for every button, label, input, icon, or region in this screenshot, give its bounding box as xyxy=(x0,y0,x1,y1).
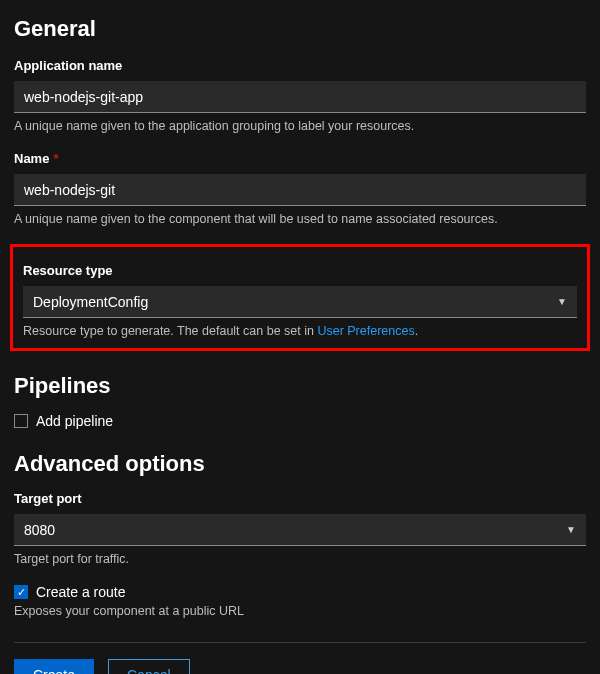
target-port-value: 8080 xyxy=(24,522,55,538)
resource-type-select[interactable]: DeploymentConfig ▼ xyxy=(23,286,577,318)
resource-type-label: Resource type xyxy=(23,263,577,278)
form-page: General Application name A unique name g… xyxy=(0,0,600,674)
resource-type-highlight: Resource type DeploymentConfig ▼ Resourc… xyxy=(10,244,590,351)
create-route-checkbox[interactable]: ✓ xyxy=(14,585,28,599)
add-pipeline-label: Add pipeline xyxy=(36,413,113,429)
add-pipeline-row[interactable]: Add pipeline xyxy=(14,413,586,429)
advanced-options-heading: Advanced options xyxy=(14,451,586,477)
create-route-row[interactable]: ✓ Create a route xyxy=(14,584,586,600)
name-input[interactable] xyxy=(14,174,586,206)
name-help: A unique name given to the component tha… xyxy=(14,212,586,226)
pipelines-heading: Pipelines xyxy=(14,373,586,399)
resource-type-value: DeploymentConfig xyxy=(33,294,148,310)
chevron-down-icon: ▼ xyxy=(566,524,576,535)
button-row: Create Cancel xyxy=(14,659,586,674)
user-preferences-link[interactable]: User Preferences xyxy=(317,324,414,338)
application-name-help: A unique name given to the application g… xyxy=(14,119,586,133)
cancel-button[interactable]: Cancel xyxy=(108,659,190,674)
application-name-input[interactable] xyxy=(14,81,586,113)
add-pipeline-checkbox[interactable] xyxy=(14,414,28,428)
target-port-label: Target port xyxy=(14,491,586,506)
required-indicator: * xyxy=(53,151,58,166)
create-route-help: Exposes your component at a public URL xyxy=(14,604,586,618)
resource-type-help: Resource type to generate. The default c… xyxy=(23,324,577,338)
create-route-label: Create a route xyxy=(36,584,126,600)
target-port-help: Target port for traffic. xyxy=(14,552,586,566)
general-heading: General xyxy=(14,16,586,42)
create-button[interactable]: Create xyxy=(14,659,94,674)
divider xyxy=(14,642,586,643)
chevron-down-icon: ▼ xyxy=(557,296,567,307)
application-name-label: Application name xyxy=(14,58,586,73)
target-port-select[interactable]: 8080 ▼ xyxy=(14,514,586,546)
name-label-text: Name xyxy=(14,151,49,166)
name-label: Name* xyxy=(14,151,586,166)
